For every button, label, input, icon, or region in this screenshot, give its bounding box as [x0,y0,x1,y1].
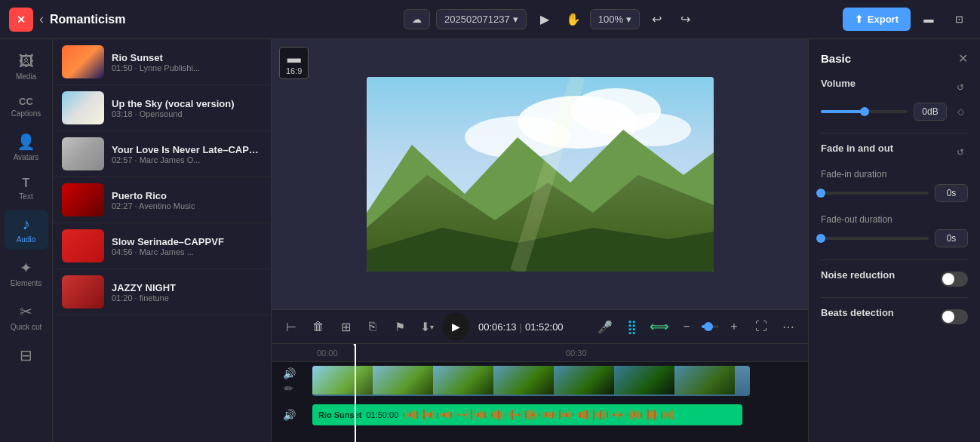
time-separator: | [520,321,522,333]
sidebar-label-elements: Elements [11,279,42,287]
fade-out-slider[interactable] [821,237,929,240]
volume-slider-row: 0dB ◇ [821,103,968,121]
sidebar-item-quickcut[interactable]: ✂ Quick cut [5,296,48,337]
media-item-puerto-rico[interactable]: Puerto Rico 02:27 · Aventino Music [53,177,271,223]
aspect-ratio-button[interactable]: ▬ 16:9 [279,47,309,79]
volume-keyframe-button[interactable]: ◇ [953,104,968,119]
thumb-5 [554,366,614,394]
audio-track-controls: 🔊 [272,400,306,430]
noise-toggle[interactable] [941,272,968,287]
beats-button[interactable]: ⣿ [620,315,644,339]
zoom-out-button[interactable]: − [674,315,699,339]
media-icon: 🖼 [19,53,34,70]
fade-out-value[interactable]: 0s [935,229,968,247]
fade-reset-button[interactable]: ↺ [953,145,968,160]
media-name-love: Your Love Is Never Late–CAPPTV [112,144,262,155]
top-tools: ▶ ✋ 100% ▾ ↩ ↪ [533,8,697,32]
panel-title: Basic [821,52,851,65]
media-item-slow[interactable]: Slow Serinade–CAPPVF 04:56 · Marc James … [53,223,271,269]
volume-slider[interactable] [821,110,908,113]
zoom-dropdown[interactable]: 100% ▾ [590,9,640,29]
split-button[interactable]: ⊢ [279,315,303,339]
sidebar-item-media[interactable]: 🖼 Media [5,47,48,87]
media-item-jazzy[interactable]: JAZZY NIGHT 01:20 · finetune [53,269,271,315]
fade-in-value[interactable]: 0s [935,184,968,202]
layout-view-button-1[interactable]: ▬ [917,8,941,32]
zoom-in-button[interactable]: + [722,315,746,339]
zoom-level: 100% [598,14,623,25]
thumb-4 [493,366,554,394]
mic-button[interactable]: 🎤 [593,315,617,339]
media-name-sky: Up the Sky (vocal version) [112,98,262,109]
fullscreen-button[interactable]: ⛶ [749,315,773,339]
media-info-sky: Up the Sky (vocal version) 03:18 · Opens… [112,98,262,118]
export-clip-button[interactable]: ⬇ ▾ [415,315,439,339]
media-panel: Rio Sunset 01:50 · Lynne Publishi... Up … [53,39,272,442]
sidebar-item-audio[interactable]: ♪ Audio [5,210,48,250]
video-preview [367,77,714,272]
close-button[interactable]: ✕ [958,51,968,66]
sidebar-item-subtitles[interactable]: ⊟ [5,340,48,370]
video-track-controls: 🔊 ✏ [272,362,306,400]
audio-volume-icon[interactable]: 🔊 [283,409,296,421]
divider-3 [821,297,968,298]
media-item-yourlove[interactable]: Your Love Is Never Late–CAPPTV 02:57 · M… [53,131,271,177]
timeline-zoom-slider[interactable] [702,325,719,328]
audio-clip[interactable]: Rio Sunset 01:50:00 [312,404,742,425]
export-button[interactable]: ⬆ Export [843,8,911,31]
play-mode-button[interactable]: ▶ [533,8,557,32]
sidebar-item-avatars[interactable]: 👤 Avatars [5,127,48,167]
media-meta-puerto: 02:27 · Aventino Music [112,201,262,210]
hand-tool-button[interactable]: ✋ [561,8,585,32]
flag-button[interactable]: ⚑ [388,315,412,339]
noise-reduction-row: Noise reduction [821,269,968,288]
volume-icon[interactable]: 🔊 [283,367,296,379]
center-area: ▬ 16:9 [272,39,808,442]
multi-select-button[interactable]: ⊞ [333,315,358,339]
fade-out-label: Fade-out duration [821,214,968,225]
redo-button[interactable]: ↪ [673,8,697,32]
sidebar-item-text[interactable]: T Text [5,170,48,207]
preview-svg [367,77,714,272]
video-clip[interactable] [312,366,750,396]
layout-view-button-2[interactable]: ⊡ [947,8,971,32]
cloud-icon: ☁ [412,14,422,25]
back-button[interactable]: ‹ [39,11,44,27]
media-thumb-love [62,137,104,170]
edit-icon[interactable]: ✏ [284,382,293,394]
fade-in-slider[interactable] [821,192,929,195]
media-item-upthesky[interactable]: Up the Sky (vocal version) 03:18 · Opens… [53,85,271,131]
video-track: 🔊 ✏ [272,362,808,400]
sidebar-item-captions[interactable]: CC Captions [5,90,48,124]
split-audio-button[interactable]: ⟺ [647,315,671,339]
media-thumb-slow [62,229,104,262]
avatars-icon: 👤 [17,133,35,151]
sidebar-label-quickcut: Quick cut [11,323,42,331]
timeline-area: 00:00 00:30 🔊 ✏ [272,344,808,442]
beats-toggle-thumb [942,311,954,323]
delete-button[interactable]: 🗑 [306,315,330,339]
volume-value[interactable]: 0dB [914,103,947,121]
undo-button[interactable]: ↩ [644,8,668,32]
sidebar-item-elements[interactable]: ✦ Elements [5,253,48,293]
copy-button[interactable]: ⎘ [361,315,385,339]
more-options-button[interactable]: ⋯ [776,315,800,339]
beats-toggle[interactable] [941,309,968,324]
thumb-6 [614,366,674,394]
timeline-toolbar: ⊢ 🗑 ⊞ ⎘ ⚑ ⬇ ▾ ▶ 00:06:13 | 01:52:00 🎤 ⣿ … [272,309,808,344]
beats-label: Beats detection [821,307,894,318]
volume-reset-button[interactable]: ↺ [953,80,968,95]
media-item-rio-sunset[interactable]: Rio Sunset 01:50 · Lynne Publishi... [53,39,271,85]
sidebar-label-media: Media [16,72,36,81]
right-panel: Basic ✕ Volume ↺ 0dB ◇ Fade in and out ↺… [808,39,980,442]
quickcut-icon: ✂ [20,302,32,321]
noise-toggle-thumb [942,273,954,285]
version-dropdown[interactable]: 202502071237 ▾ [436,9,527,29]
media-info-love: Your Love Is Never Late–CAPPTV 02:57 · M… [112,144,262,164]
timeline-play-button[interactable]: ▶ [442,313,469,340]
playhead[interactable] [355,344,356,442]
top-bar-center: ☁ 202502071237 ▾ ▶ ✋ 100% ▾ ↩ ↪ [281,8,820,32]
fade-in-label: Fade-in duration [821,169,968,180]
media-name-puerto: Puerto Rico [112,190,262,201]
cloud-save-button[interactable]: ☁ [404,9,430,29]
